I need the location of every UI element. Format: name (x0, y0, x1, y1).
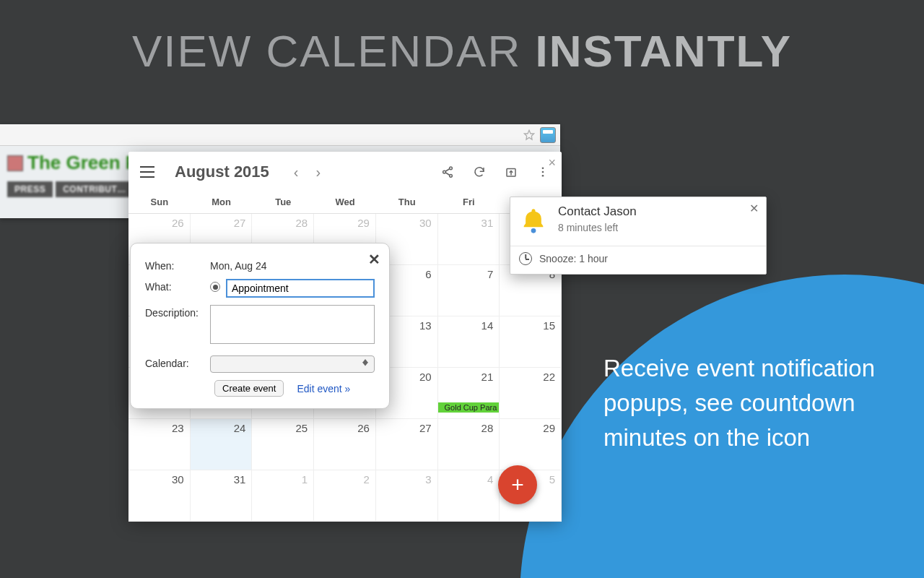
calendar-day-cell[interactable]: 4 (438, 470, 500, 522)
create-event-button[interactable]: Create event (214, 380, 284, 397)
calendar-select[interactable] (210, 355, 375, 373)
svg-point-10 (542, 175, 544, 177)
promo-headline: VIEW CALENDAR INSTANTLY (0, 25, 924, 77)
day-header: Wed (314, 192, 376, 214)
day-header: Mon (191, 192, 253, 214)
calendar-day-cell[interactable]: 14 (438, 316, 500, 368)
description-label: Description: (145, 305, 204, 319)
calendar-day-cell[interactable]: 7 (438, 265, 500, 316)
snooze-row[interactable]: Snooze: 1 hour (519, 252, 756, 267)
calendar-day-cell[interactable]: 26 (314, 419, 376, 470)
headline-bold: INSTANTLY (535, 26, 792, 76)
page-tab[interactable]: PRESS (7, 181, 53, 197)
calendar-day-cell[interactable]: 31 (438, 214, 500, 265)
add-event-fab[interactable]: + (498, 465, 537, 504)
snooze-text: Snooze: 1 hour (539, 253, 608, 264)
svg-line-5 (445, 173, 450, 176)
calendar-day-cell[interactable]: 28 (438, 419, 500, 470)
calendar-day-cell[interactable]: 21Gold Cup Para (438, 368, 500, 419)
day-header: Tue (252, 192, 314, 214)
notification-title: Contact Jason (558, 204, 637, 219)
calendar-day-cell[interactable]: 1 (252, 470, 314, 522)
calendar-day-cell[interactable]: 24 (191, 419, 253, 470)
create-event-dialog: ✕ When: Mon, Aug 24 What: Description: C… (130, 243, 390, 409)
close-icon[interactable]: × (548, 156, 556, 169)
calendar-header: August 2015 ‹ › (128, 152, 562, 192)
notification-popup: ✕ Contact Jason 8 minutes left Snooze: 1… (510, 197, 767, 275)
when-label: When: (145, 258, 204, 272)
clock-icon (519, 252, 532, 265)
bookmark-star-icon[interactable] (523, 129, 536, 142)
day-header: Thu (376, 192, 438, 214)
refresh-icon[interactable] (472, 165, 487, 179)
calendar-header-actions (440, 165, 550, 179)
calendar-day-cell[interactable]: 25 (252, 419, 314, 470)
calendar-day-cell[interactable]: 31 (191, 470, 253, 522)
edit-event-link[interactable]: Edit event » (297, 383, 350, 394)
calendar-day-cell[interactable]: 2 (314, 470, 376, 522)
what-label: What: (145, 279, 204, 293)
calendar-day-cell[interactable]: 27 (376, 419, 438, 470)
description-input[interactable] (210, 305, 375, 344)
close-icon[interactable]: ✕ (749, 202, 759, 215)
svg-line-4 (445, 169, 450, 172)
svg-point-11 (531, 228, 536, 233)
what-radio[interactable] (210, 282, 220, 292)
headline-prefix: VIEW CALENDAR (132, 26, 536, 76)
event-chip[interactable]: Gold Cup Para (438, 402, 500, 413)
calendar-label: Calendar: (145, 355, 204, 369)
calendar-day-cell[interactable]: 23 (128, 419, 191, 470)
day-header: Fri (438, 192, 500, 214)
notification-subtitle: 8 minutes left (558, 222, 637, 233)
close-icon[interactable]: ✕ (368, 251, 380, 268)
when-value: Mon, Aug 24 (210, 258, 267, 272)
calendar-day-cell[interactable]: 30 (128, 470, 191, 522)
month-nav: ‹ › (294, 164, 321, 181)
open-external-icon[interactable] (504, 165, 518, 179)
extension-icon[interactable] (540, 127, 556, 143)
share-icon[interactable] (440, 165, 455, 179)
svg-marker-0 (524, 130, 533, 139)
calendar-day-cell[interactable]: 22 (500, 368, 562, 419)
feature-description: Receive event notification popups, see c… (603, 351, 892, 455)
menu-icon[interactable] (140, 166, 154, 178)
divider (510, 246, 766, 246)
calendar-month-label: August 2015 (175, 163, 269, 181)
next-month-icon[interactable]: › (316, 164, 321, 181)
day-header: Sun (128, 192, 191, 214)
svg-point-8 (542, 167, 544, 169)
bell-icon (519, 207, 548, 236)
what-input[interactable] (226, 279, 375, 298)
browser-toolbar (0, 124, 560, 146)
calendar-day-cell[interactable]: 3 (376, 470, 438, 522)
calendar-day-cell[interactable]: 29 (500, 419, 562, 470)
svg-point-9 (542, 171, 544, 173)
prev-month-icon[interactable]: ‹ (294, 164, 299, 181)
page-tab[interactable]: CONTRIBUT… (56, 181, 134, 197)
page-avatar-icon (7, 155, 23, 171)
calendar-day-cell[interactable]: 15 (500, 316, 562, 368)
